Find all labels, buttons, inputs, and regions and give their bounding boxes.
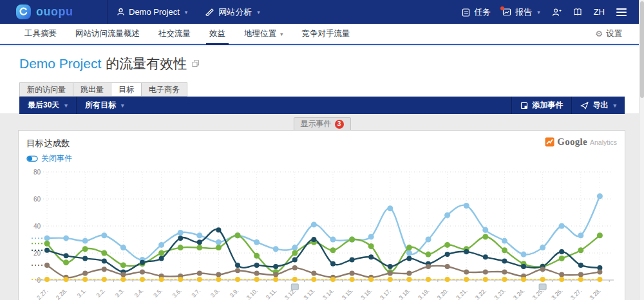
svg-text:20: 20: [33, 250, 41, 257]
svg-text:3.7.: 3.7.: [191, 287, 202, 299]
series-darkblue-point: [102, 259, 107, 264]
series-lightblue-point: [502, 238, 507, 244]
series-brown-point: [82, 271, 88, 276]
series-yellow-point: [292, 277, 298, 282]
page-scrollbar[interactable]: [639, 0, 644, 300]
svg-text:3.28.: 3.28.: [589, 287, 602, 300]
project-selector[interactable]: Demo Project ▾: [108, 0, 196, 24]
series-brown-point: [235, 268, 240, 273]
filter-bounces[interactable]: 跳出量: [73, 82, 111, 97]
hide-events-toggle[interactable]: 关闭事件: [26, 153, 72, 164]
scrollbar-thumb[interactable]: [640, 1, 644, 98]
series-green-point: [44, 241, 50, 247]
series-darkblue-point: [140, 260, 145, 265]
svg-text:2.28.: 2.28.: [55, 287, 68, 300]
series-yellow-point: [140, 277, 145, 282]
logo-text: ouopu: [36, 5, 73, 19]
series-yellow-point: [178, 277, 183, 282]
tab-geo-location[interactable]: 地理位置▾: [243, 24, 284, 44]
series-lightblue-point: [444, 212, 450, 218]
export-button[interactable]: 导出 ▾: [572, 97, 625, 114]
tab-traffic-overview[interactable]: 网站访问流量概述: [75, 24, 140, 44]
series-lightblue-point: [158, 242, 164, 248]
series-yellow-point: [216, 277, 221, 282]
event-marker[interactable]: [291, 284, 298, 290]
series-darkblue-point: [406, 256, 412, 261]
series-yellow-point: [330, 277, 336, 282]
invite-user-button[interactable]: [546, 0, 567, 24]
series-darkblue-point: [559, 249, 564, 254]
series-green-point: [216, 245, 222, 250]
series-brown-point: [350, 271, 355, 276]
tab-social-traffic[interactable]: 社交流量: [158, 24, 191, 44]
page-title: Demo Project 的流量有效性: [19, 55, 625, 73]
add-event-icon: [520, 102, 528, 109]
language-label: ZH: [594, 7, 605, 17]
show-events-button[interactable]: 显示事件 3: [294, 117, 351, 131]
svg-text:3.24.: 3.24.: [512, 287, 526, 300]
series-brown-point: [273, 272, 278, 277]
series-green-point: [330, 247, 336, 253]
series-lightblue-point: [426, 237, 431, 243]
tab-effectiveness[interactable]: 效益: [209, 24, 226, 44]
chevron-down-icon: ▾: [185, 9, 188, 15]
series-green-point: [235, 232, 241, 238]
svg-text:3.20.: 3.20.: [436, 287, 450, 300]
series-green-point: [578, 247, 583, 253]
app-logo[interactable]: ouopu: [15, 4, 107, 20]
series-brown-point: [44, 263, 50, 268]
chart-title: 目标达成数: [26, 138, 70, 149]
series-darkblue-point: [64, 253, 69, 258]
series-brown-line: [47, 265, 600, 277]
reports-label: 报告: [515, 6, 532, 18]
series-yellow-point: [82, 277, 88, 282]
goal-filter-dropdown[interactable]: 所有目标 ▾: [77, 97, 133, 114]
tasks-button[interactable]: 任务: [456, 0, 497, 24]
series-green-point: [101, 250, 107, 256]
series-darkblue-point: [350, 258, 355, 263]
series-lightblue-point: [597, 193, 603, 199]
event-marker[interactable]: [539, 284, 546, 290]
project-name: Demo Project: [129, 7, 180, 17]
svg-text:3.18.: 3.18.: [398, 287, 412, 300]
tab-tools-summary[interactable]: 工具摘要: [24, 24, 57, 44]
help-button[interactable]: [567, 0, 588, 24]
filter-new-visits[interactable]: 新的访问量: [19, 82, 73, 97]
series-lightblue-point: [178, 230, 184, 236]
add-event-label: 添加事件: [532, 100, 563, 111]
svg-text:3.8.: 3.8.: [209, 287, 221, 299]
svg-text:3.14.: 3.14.: [321, 287, 335, 300]
settings-button[interactable]: ⚙ 设置: [595, 24, 644, 44]
series-green-point: [502, 247, 507, 253]
series-lightblue-point: [63, 235, 69, 241]
gear-icon: ⚙: [595, 29, 603, 39]
main-menu-button[interactable]: [611, 0, 632, 24]
copy-icon: [192, 60, 200, 68]
series-darkblue-point: [216, 227, 221, 232]
tab-competitor-traffic[interactable]: 竞争对手流量: [301, 24, 351, 44]
series-lightblue-point: [482, 227, 488, 233]
svg-text:3.10.: 3.10.: [245, 287, 259, 300]
date-range-dropdown[interactable]: 最后30天 ▾: [19, 97, 76, 114]
export-plane-icon: [580, 102, 589, 109]
site-analysis-menu[interactable]: 网站分析 ▾: [196, 0, 269, 24]
series-yellow-point: [464, 277, 469, 282]
series-lightblue-point: [578, 232, 583, 238]
series-brown-point: [216, 272, 221, 277]
tasks-label: 任务: [474, 6, 491, 18]
series-green-point: [426, 252, 431, 258]
duplicate-report-button[interactable]: [192, 60, 200, 68]
series-lightblue-point: [216, 239, 222, 245]
filter-goals[interactable]: 目标: [111, 82, 142, 97]
series-darkblue-point: [273, 264, 278, 269]
filter-ecommerce[interactable]: 电子商务: [141, 82, 187, 97]
series-yellow-point: [578, 277, 583, 282]
series-green-point: [63, 259, 69, 265]
svg-text:40: 40: [33, 223, 41, 230]
svg-text:3.17.: 3.17.: [379, 287, 392, 300]
reports-menu[interactable]: 报告 ▾: [497, 0, 546, 24]
series-lightblue-point: [254, 239, 260, 245]
language-switcher[interactable]: ZH: [588, 0, 611, 24]
page-title-suffix: 的流量有效性: [106, 55, 187, 73]
add-event-button[interactable]: 添加事件: [512, 97, 571, 114]
